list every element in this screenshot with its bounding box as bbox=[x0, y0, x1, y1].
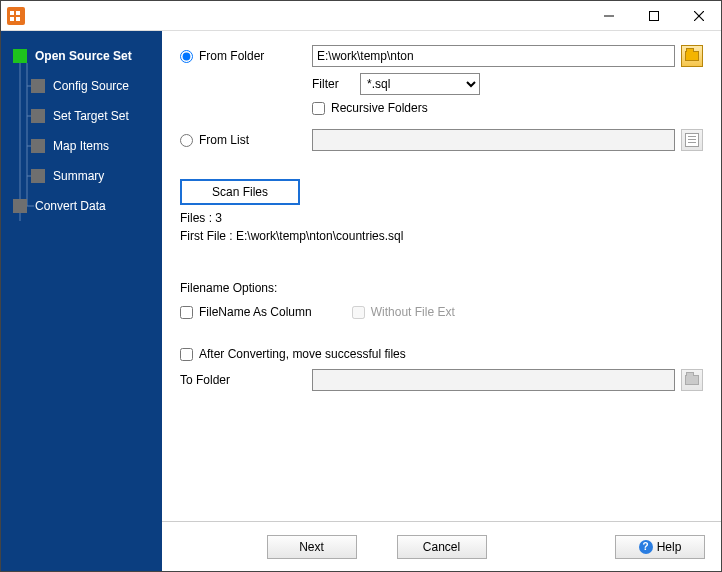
help-icon: ? bbox=[639, 540, 653, 554]
main-panel: From Folder Filt bbox=[162, 31, 721, 571]
list-path-input bbox=[312, 129, 675, 151]
after-converting-move-checkbox[interactable] bbox=[180, 348, 193, 361]
folder-path-input[interactable] bbox=[312, 45, 675, 67]
maximize-icon bbox=[649, 11, 659, 21]
sidebar-item-label: Open Source Set bbox=[35, 49, 132, 63]
minimize-icon bbox=[604, 11, 614, 21]
recursive-folders-checkbox-label[interactable]: Recursive Folders bbox=[312, 101, 675, 115]
from-folder-radio[interactable] bbox=[180, 50, 193, 63]
app-icon bbox=[7, 7, 25, 25]
to-folder-label: To Folder bbox=[180, 373, 230, 387]
sidebar-item-label: Summary bbox=[53, 169, 104, 183]
from-folder-radio-label[interactable]: From Folder bbox=[180, 49, 264, 63]
wizard-sidebar: Open Source Set Config Source Set Target… bbox=[1, 31, 162, 571]
without-file-ext-checkbox bbox=[352, 306, 365, 319]
from-list-radio-label[interactable]: From List bbox=[180, 133, 249, 147]
sidebar-item-map-items[interactable]: Map Items bbox=[1, 131, 162, 161]
sidebar-item-label: Config Source bbox=[53, 79, 129, 93]
step-box-icon bbox=[13, 49, 27, 63]
filename-options-header: Filename Options: bbox=[180, 281, 703, 295]
filename-as-column-text: FileName As Column bbox=[199, 305, 312, 319]
from-folder-label-text: From Folder bbox=[199, 49, 264, 63]
from-list-label-text: From List bbox=[199, 133, 249, 147]
recursive-folders-text: Recursive Folders bbox=[331, 101, 428, 115]
step-box-icon bbox=[31, 169, 45, 183]
to-folder-input bbox=[312, 369, 675, 391]
step-box-icon bbox=[31, 109, 45, 123]
recursive-folders-checkbox[interactable] bbox=[312, 102, 325, 115]
filter-select[interactable]: *.sql bbox=[360, 73, 480, 95]
close-button[interactable] bbox=[676, 1, 721, 31]
sidebar-item-config-source[interactable]: Config Source bbox=[1, 71, 162, 101]
help-button[interactable]: ? Help bbox=[615, 535, 705, 559]
list-file-icon bbox=[685, 133, 699, 147]
without-file-ext-text: Without File Ext bbox=[371, 305, 455, 319]
sidebar-item-summary[interactable]: Summary bbox=[1, 161, 162, 191]
browse-list-button bbox=[681, 129, 703, 151]
filename-as-column-label[interactable]: FileName As Column bbox=[180, 305, 312, 319]
from-list-radio[interactable] bbox=[180, 134, 193, 147]
step-box-icon bbox=[13, 199, 27, 213]
first-file-text: First File : E:\work\temp\nton\countries… bbox=[180, 229, 703, 243]
minimize-button[interactable] bbox=[586, 1, 631, 31]
sidebar-item-open-source-set[interactable]: Open Source Set bbox=[1, 41, 162, 71]
after-converting-move-label[interactable]: After Converting, move successful files bbox=[180, 347, 406, 361]
step-box-icon bbox=[31, 79, 45, 93]
cancel-button[interactable]: Cancel bbox=[397, 535, 487, 559]
files-count-text: Files : 3 bbox=[180, 211, 703, 225]
step-box-icon bbox=[31, 139, 45, 153]
after-converting-move-text: After Converting, move successful files bbox=[199, 347, 406, 361]
titlebar bbox=[1, 1, 721, 31]
sidebar-item-set-target-set[interactable]: Set Target Set bbox=[1, 101, 162, 131]
sidebar-item-convert-data[interactable]: Convert Data bbox=[1, 191, 162, 221]
scan-files-button[interactable]: Scan Files bbox=[180, 179, 300, 205]
folder-icon bbox=[685, 51, 699, 61]
filter-label: Filter bbox=[312, 77, 360, 91]
sidebar-item-label: Set Target Set bbox=[53, 109, 129, 123]
sidebar-item-label: Map Items bbox=[53, 139, 109, 153]
without-file-ext-label: Without File Ext bbox=[352, 305, 455, 319]
close-icon bbox=[694, 11, 704, 21]
wizard-window: Open Source Set Config Source Set Target… bbox=[0, 0, 722, 572]
maximize-button[interactable] bbox=[631, 1, 676, 31]
filename-as-column-checkbox[interactable] bbox=[180, 306, 193, 319]
next-button[interactable]: Next bbox=[267, 535, 357, 559]
browse-to-folder-button bbox=[681, 369, 703, 391]
browse-folder-button[interactable] bbox=[681, 45, 703, 67]
sidebar-item-label: Convert Data bbox=[35, 199, 106, 213]
folder-icon bbox=[685, 375, 699, 385]
help-button-text: Help bbox=[657, 540, 682, 554]
svg-rect-1 bbox=[649, 11, 658, 20]
wizard-footer: Next Cancel ? Help bbox=[162, 521, 721, 571]
